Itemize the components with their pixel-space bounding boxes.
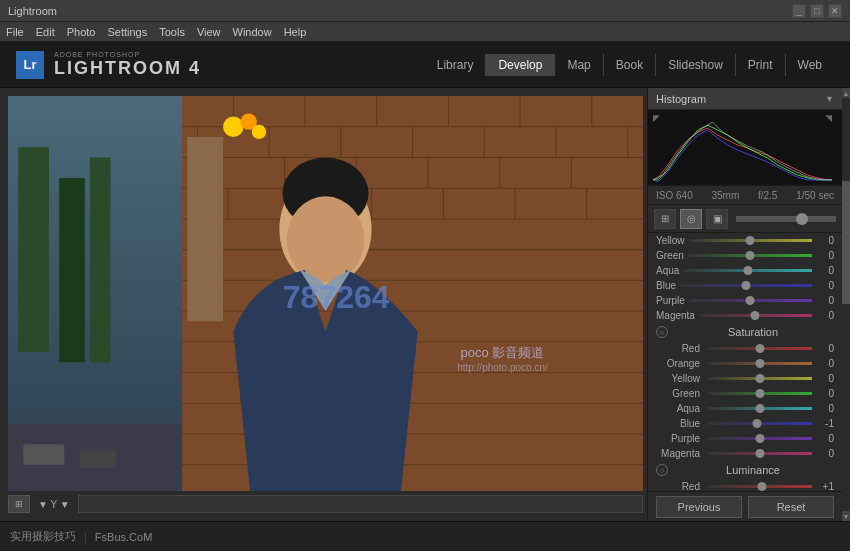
- tool-bar: ⊞ ◎ ▣: [648, 205, 842, 233]
- nav-library[interactable]: Library: [425, 54, 487, 76]
- tool-adjust-btn[interactable]: ▣: [706, 209, 728, 229]
- nav-web[interactable]: Web: [786, 54, 834, 76]
- svg-rect-1: [18, 147, 49, 352]
- menu-view[interactable]: View: [197, 26, 221, 38]
- window-controls: _ □ ✕: [792, 4, 842, 18]
- nav-slideshow[interactable]: Slideshow: [656, 54, 736, 76]
- menu-file[interactable]: File: [6, 26, 24, 38]
- sat-orange-row: Orange 0: [648, 356, 842, 371]
- svg-rect-5: [23, 444, 64, 464]
- scroll-up-arrow[interactable]: ▲: [842, 88, 850, 98]
- nav-book[interactable]: Book: [604, 54, 656, 76]
- svg-rect-6: [80, 449, 116, 467]
- svg-rect-52: [187, 137, 223, 321]
- lum-red-row: Red +1: [648, 479, 842, 491]
- svg-point-51: [252, 125, 266, 139]
- menu-settings[interactable]: Settings: [107, 26, 147, 38]
- sat-aqua-row: Aqua 0: [648, 401, 842, 416]
- xy-indicator: ▼ Y ▼: [38, 499, 70, 510]
- aperture-info: f/2.5: [758, 190, 777, 201]
- minimize-button[interactable]: _: [792, 4, 806, 18]
- menu-help[interactable]: Help: [284, 26, 307, 38]
- photo-view-btn[interactable]: ⊞: [8, 495, 30, 513]
- maximize-button[interactable]: □: [810, 4, 824, 18]
- lightroom-title: LIGHTROOM 4: [54, 58, 201, 79]
- photo-background: [8, 96, 643, 491]
- histogram-title: Histogram: [656, 93, 706, 105]
- lr-branding: ADOBE PHOTOSHOP LIGHTROOM 4: [54, 51, 201, 79]
- panel-bottom-buttons: Previous Reset: [648, 491, 842, 521]
- tool-slider[interactable]: [736, 216, 836, 222]
- photo-container: 787264 poco 影音频道 http://photo.poco.cn/: [8, 96, 643, 491]
- filmstrip-scrollbar[interactable]: [78, 495, 643, 513]
- histogram-arrow-icon: ▼: [825, 94, 834, 104]
- svg-point-49: [223, 116, 243, 136]
- nav-map[interactable]: Map: [555, 54, 603, 76]
- sat-yellow-row: Yellow 0: [648, 371, 842, 386]
- tool-circle-btn[interactable]: ◎: [680, 209, 702, 229]
- status-divider: |: [84, 531, 87, 543]
- menu-photo[interactable]: Photo: [67, 26, 96, 38]
- histogram-chart: [648, 110, 842, 185]
- status-left: 实用摄影技巧: [10, 529, 76, 544]
- sat-red-row: Red 0: [648, 341, 842, 356]
- svg-rect-2: [59, 178, 85, 362]
- lr-logo-icon: Lr: [16, 51, 44, 79]
- scroll-thumb[interactable]: [842, 181, 850, 305]
- app-header: Lr ADOBE PHOTOSHOP LIGHTROOM 4 Library D…: [0, 42, 850, 88]
- histogram-area: [648, 110, 842, 185]
- luminance-label: Luminance: [672, 464, 834, 476]
- module-nav: Library Develop Map Book Slideshow Print…: [425, 54, 834, 76]
- sat-purple-row: Purple 0: [648, 431, 842, 446]
- luminance-toggle[interactable]: ○: [656, 464, 668, 476]
- lens-info: 35mm: [711, 190, 739, 201]
- photo-panel: 787264 poco 影音频道 http://photo.poco.cn/ ⊞…: [0, 88, 647, 521]
- right-panel: Histogram ▼: [647, 88, 842, 521]
- photo-bottom-bar: ⊞ ▼ Y ▼: [8, 491, 643, 513]
- previous-button[interactable]: Previous: [656, 496, 742, 518]
- adobe-text: ADOBE PHOTOSHOP: [54, 51, 201, 58]
- sat-blue-row: Blue -1: [648, 416, 842, 431]
- iso-info: ISO 640: [656, 190, 693, 201]
- title-bar: Lightroom _ □ ✕: [0, 0, 850, 22]
- tool-grid-btn[interactable]: ⊞: [654, 209, 676, 229]
- reset-button[interactable]: Reset: [748, 496, 834, 518]
- app-title: Lightroom: [8, 5, 792, 17]
- histogram-panel-header[interactable]: Histogram ▼: [648, 88, 842, 110]
- menu-tools[interactable]: Tools: [159, 26, 185, 38]
- camera-info-bar: ISO 640 35mm f/2.5 1/50 sec: [648, 185, 842, 205]
- sat-magenta-row: Magenta 0: [648, 446, 842, 461]
- saturation-label: Saturation: [672, 326, 834, 338]
- close-button[interactable]: ✕: [828, 4, 842, 18]
- menu-edit[interactable]: Edit: [36, 26, 55, 38]
- saturation-toggle[interactable]: ○: [656, 326, 668, 338]
- shutter-info: 1/50 sec: [796, 190, 834, 201]
- tool-slider-thumb[interactable]: [796, 213, 808, 225]
- main-content: 787264 poco 影音频道 http://photo.poco.cn/ ⊞…: [0, 88, 850, 521]
- luminance-section-header[interactable]: ○ Luminance: [648, 461, 842, 479]
- nav-print[interactable]: Print: [736, 54, 786, 76]
- nav-develop[interactable]: Develop: [486, 54, 555, 76]
- scroll-down-arrow[interactable]: ▼: [842, 511, 850, 521]
- svg-rect-3: [90, 157, 110, 362]
- status-right: FsBus.CoM: [95, 531, 152, 543]
- scroll-track[interactable]: [842, 98, 850, 511]
- right-scrollbar[interactable]: ▲ ▼: [842, 88, 850, 521]
- menu-window[interactable]: Window: [233, 26, 272, 38]
- sliders-area[interactable]: Yellow 0 Green 0 Aqua 0: [648, 233, 842, 491]
- status-bar: 实用摄影技巧 | FsBus.CoM: [0, 521, 850, 551]
- svg-point-48: [287, 196, 365, 282]
- menu-bar: File Edit Photo Settings Tools View Wind…: [0, 22, 850, 42]
- saturation-section-header[interactable]: ○ Saturation: [648, 323, 842, 341]
- sat-green-row: Green 0: [648, 386, 842, 401]
